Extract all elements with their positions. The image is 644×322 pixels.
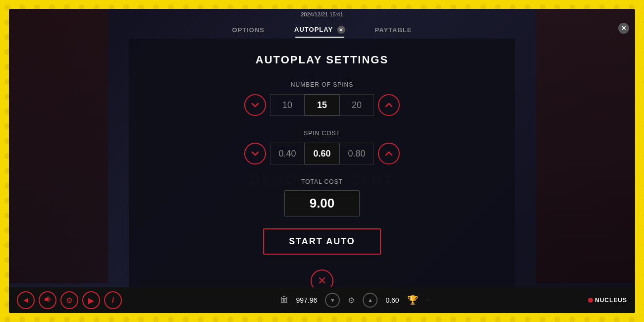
total-cost-value: 9.00	[284, 190, 360, 216]
start-auto-wrapper: START AUTO	[149, 228, 495, 255]
nucleus-dot	[588, 298, 593, 303]
settings-small-icon: ⚙	[348, 296, 355, 305]
tab-close-icon: ✕	[337, 26, 345, 34]
chevron-down-icon-2	[250, 149, 260, 159]
dash-value: –	[426, 296, 430, 304]
total-cost-box: 9.00	[149, 190, 495, 216]
spins-decrement-button[interactable]	[244, 94, 266, 116]
spin-cost-value-1: 0.60	[305, 143, 339, 164]
spins-values: 10 15 20	[270, 94, 374, 116]
bank-icon: 🏛	[280, 296, 288, 305]
bet-value: 0.60	[385, 296, 399, 304]
chevron-up-icon	[384, 100, 394, 110]
tab-autoplay[interactable]: AUTOPLAY ✕	[279, 22, 360, 38]
nucleus-text: NUCLEUS	[595, 297, 627, 304]
chevron-down-small-icon: ▼	[329, 297, 335, 304]
spins-value-2: 20	[339, 94, 374, 116]
chevron-down-icon	[250, 100, 260, 110]
close-panel-icon: ✕	[318, 274, 326, 287]
settings-button[interactable]: ⚙	[60, 291, 78, 309]
timestamp: 2024/12/21 15:41	[301, 11, 343, 17]
spins-increment-button[interactable]	[378, 94, 400, 116]
spins-label: NUMBER OF SPINS	[149, 81, 495, 88]
chevron-up-small-icon: ▲	[367, 297, 373, 304]
trophy-icon: 🏆	[407, 295, 418, 306]
back-button[interactable]: ◄	[17, 291, 35, 309]
panel-title: AUTOPLAY SETTINGS	[149, 54, 495, 66]
bottom-center-controls: 🏛 997.96 ▼ ⚙ ▲ 0.60 🏆 –	[122, 293, 588, 308]
info-icon: i	[112, 296, 114, 305]
sound-icon	[44, 295, 52, 305]
total-cost-label: TOTAL COST	[149, 178, 495, 185]
chevron-up-icon-2	[384, 149, 394, 159]
bg-right-panel	[536, 9, 635, 283]
close-top-button[interactable]: ✕	[618, 23, 629, 34]
spins-control-row: 10 15 20	[149, 94, 495, 116]
bg-left-panel	[9, 9, 108, 283]
spin-cost-decrement-button[interactable]	[244, 143, 266, 164]
nucleus-logo: NUCLEUS	[588, 297, 627, 304]
spin-cost-label: SPIN COST	[149, 130, 495, 137]
bottom-bar: ◄ ⚙ ▶ i 🏛 997.96	[9, 287, 635, 313]
autoplay-panel: AUTOPLAY SETTINGS NUMBER OF SPINS 10 15 …	[129, 39, 515, 312]
spins-value-1: 15	[305, 94, 339, 116]
spin-cost-value-0: 0.40	[270, 143, 305, 164]
play-button[interactable]: ▶	[82, 291, 100, 309]
spin-cost-control-row: 0.40 0.60 0.80	[149, 143, 495, 164]
gear-icon: ⚙	[66, 296, 73, 305]
balance-value: 997.96	[296, 296, 318, 304]
bet-up-button[interactable]: ▲	[363, 293, 377, 308]
game-container: 2024/12/21 15:41 ✕ OPTIONS AUTOPLAY ✕ PA…	[9, 9, 635, 313]
spins-value-0: 10	[270, 94, 305, 116]
spin-cost-section: SPIN COST 0.40 0.60 0.80	[149, 130, 495, 164]
bet-down-button[interactable]: ▼	[325, 293, 340, 308]
back-icon: ◄	[22, 296, 30, 305]
play-icon: ▶	[88, 296, 94, 305]
bottom-left-controls: ◄ ⚙ ▶ i	[17, 291, 122, 309]
spin-cost-increment-button[interactable]	[378, 143, 400, 164]
tabs-bar: OPTIONS AUTOPLAY ✕ PAYTABLE	[9, 20, 635, 40]
svg-marker-0	[45, 296, 49, 302]
bottom-right: NUCLEUS	[588, 297, 627, 304]
info-button[interactable]: i	[104, 291, 122, 309]
sound-button[interactable]	[39, 291, 56, 309]
start-auto-button[interactable]: START AUTO	[263, 228, 381, 255]
tab-options[interactable]: OPTIONS	[217, 22, 280, 38]
spin-cost-value-2: 0.80	[339, 143, 374, 164]
spin-cost-values: 0.40 0.60 0.80	[270, 143, 374, 164]
close-top-icon: ✕	[621, 25, 626, 31]
tab-paytable[interactable]: PAYTABLE	[360, 22, 427, 38]
timestamp-bar: 2024/12/21 15:41	[9, 9, 635, 20]
